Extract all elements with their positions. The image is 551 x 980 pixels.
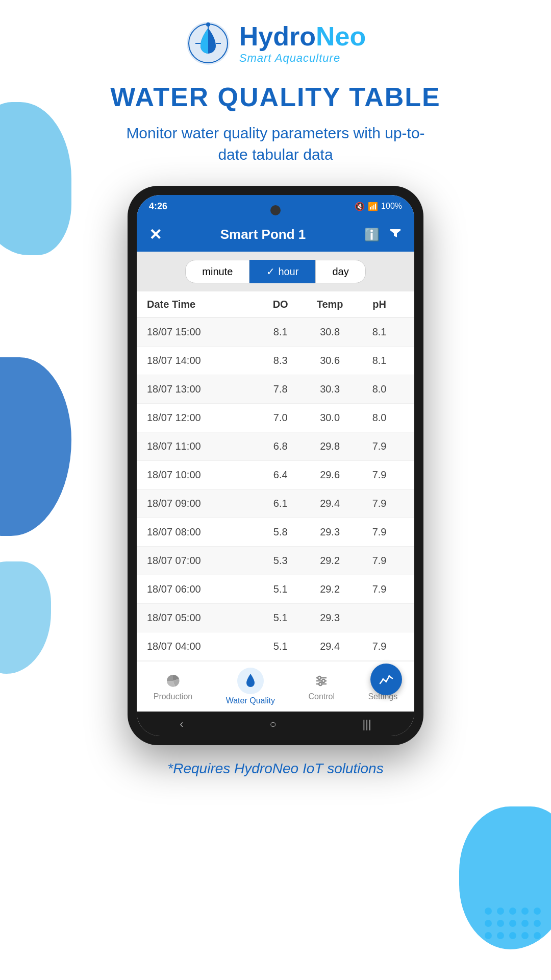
cell-ph: 7.9: [355, 498, 404, 509]
nav-production[interactable]: Production: [154, 672, 193, 701]
nav-water-quality[interactable]: Water Quality: [226, 668, 275, 705]
cell-do: 6.8: [256, 440, 305, 452]
svg-point-8: [388, 675, 390, 677]
logo-hydro: Hydro: [239, 21, 316, 51]
cell-datetime: 18/07 06:00: [147, 583, 256, 595]
home-button[interactable]: ○: [269, 718, 276, 731]
cell-datetime: 18/07 09:00: [147, 498, 256, 509]
cell-ph: 7.9: [355, 641, 404, 652]
cell-do: 5.1: [256, 583, 305, 595]
top-section: HydroNeo Smart Aquaculture WATER QUALITY…: [0, 0, 551, 797]
page-title: WATER QUALITY TABLE: [110, 82, 441, 112]
table-row: 18/07 07:00 5.3 29.2 7.9: [137, 547, 414, 575]
status-icons: 🔇 📶 100%: [355, 202, 402, 211]
cell-datetime: 18/07 11:00: [147, 440, 256, 452]
filter-day[interactable]: day: [315, 260, 365, 283]
cell-ph: 7.9: [355, 555, 404, 567]
info-icon[interactable]: ℹ️: [364, 228, 380, 242]
cell-temp: 29.4: [305, 498, 355, 509]
logo-brand: HydroNeo: [239, 22, 366, 51]
water-quality-icon-bg: [237, 668, 264, 694]
cell-ph: 7.9: [355, 469, 404, 481]
cell-ph: 7.9: [355, 583, 404, 595]
app-header: ✕ Smart Pond 1 ℹ️: [137, 217, 414, 252]
cell-do: 8.3: [256, 355, 305, 366]
header-icons: ℹ️: [364, 227, 402, 243]
logo-tagline: Smart Aquaculture: [239, 52, 366, 65]
table-row: 18/07 05:00 5.1 29.3: [137, 604, 414, 632]
footer-text: *Requires HydroNeo IoT solutions: [167, 761, 383, 797]
logo-container: HydroNeo Smart Aquaculture: [185, 20, 366, 66]
cell-temp: 29.3: [305, 612, 355, 624]
wifi-icon: 📶: [368, 202, 378, 211]
cell-temp: 29.4: [305, 641, 355, 652]
cell-datetime: 18/07 13:00: [147, 383, 256, 395]
data-table: Date Time DO Temp pH 18/07 15:00 8.1 30.…: [137, 291, 414, 661]
logo-icon: [185, 20, 231, 66]
cell-do: 5.1: [256, 612, 305, 624]
nav-control-label: Control: [308, 692, 335, 701]
table-row: 18/07 13:00 7.8 30.3 8.0: [137, 375, 414, 404]
cell-temp: 30.6: [305, 355, 355, 366]
control-icon: [312, 672, 331, 690]
nav-control[interactable]: Control: [308, 672, 335, 701]
cell-temp: 29.2: [305, 555, 355, 567]
phone-inner: 4:26 🔇 📶 100% ✕ Smart Pond 1 ℹ️: [137, 195, 414, 736]
time-filter: minute ✓hour day: [137, 252, 414, 291]
filter-hour[interactable]: ✓hour: [249, 260, 315, 283]
svg-point-12: [318, 676, 321, 679]
filter-icon[interactable]: [389, 227, 402, 243]
cell-datetime: 18/07 15:00: [147, 326, 256, 338]
cell-datetime: 18/07 12:00: [147, 412, 256, 424]
svg-point-13: [322, 679, 325, 682]
recents-button[interactable]: |||: [362, 718, 371, 731]
cell-do: 5.8: [256, 526, 305, 538]
status-bar: 4:26 🔇 📶 100%: [137, 195, 414, 217]
cell-datetime: 18/07 05:00: [147, 612, 256, 624]
mute-icon: 🔇: [355, 202, 365, 211]
cell-datetime: 18/07 08:00: [147, 526, 256, 538]
table-row: 18/07 10:00 6.4 29.6 7.9: [137, 461, 414, 489]
cell-ph: 8.0: [355, 383, 404, 395]
check-icon: ✓: [266, 266, 275, 277]
col-datetime: Date Time: [147, 299, 256, 310]
col-temp: Temp: [305, 299, 355, 310]
page-subtitle: Monitor water quality parameters with up…: [122, 122, 429, 165]
cell-do: 6.4: [256, 469, 305, 481]
filter-minute[interactable]: minute: [185, 260, 249, 283]
cell-temp: 30.0: [305, 412, 355, 424]
table-row: 18/07 14:00 8.3 30.6 8.1: [137, 347, 414, 375]
cell-do: 5.3: [256, 555, 305, 567]
logo-neo: Neo: [316, 21, 366, 51]
cell-temp: 30.3: [305, 383, 355, 395]
cell-datetime: 18/07 10:00: [147, 469, 256, 481]
svg-point-6: [382, 678, 384, 680]
header-title: Smart Pond 1: [220, 227, 306, 242]
table-row: 18/07 12:00 7.0 30.0 8.0: [137, 404, 414, 432]
table-row: 18/07 06:00 5.1 29.2 7.9: [137, 575, 414, 604]
cell-datetime: 18/07 14:00: [147, 355, 256, 366]
col-do: DO: [256, 299, 305, 310]
home-bar: ‹ ○ |||: [137, 712, 414, 736]
nav-water-quality-label: Water Quality: [226, 696, 275, 705]
svg-point-14: [319, 682, 322, 685]
cell-temp: 30.8: [305, 326, 355, 338]
cell-do: 8.1: [256, 326, 305, 338]
table-row: 18/07 04:00 5.1 29.4 7.9: [137, 632, 414, 661]
cell-ph: 7.9: [355, 526, 404, 538]
cell-temp: 29.2: [305, 583, 355, 595]
col-ph: pH: [355, 299, 404, 310]
cell-ph: 8.1: [355, 326, 404, 338]
back-button[interactable]: ‹: [180, 718, 183, 731]
svg-point-7: [385, 680, 387, 682]
table-row: 18/07 11:00 6.8 29.8 7.9: [137, 432, 414, 461]
close-button[interactable]: ✕: [149, 226, 162, 243]
phone-mockup: 4:26 🔇 📶 100% ✕ Smart Pond 1 ℹ️: [128, 186, 423, 745]
cell-ph: 8.0: [355, 412, 404, 424]
cell-temp: 29.3: [305, 526, 355, 538]
chart-fab-button[interactable]: [370, 664, 402, 695]
battery-icon: 100%: [381, 202, 402, 211]
cell-do: 7.8: [256, 383, 305, 395]
production-icon: [164, 672, 182, 690]
camera-notch: [270, 205, 281, 215]
